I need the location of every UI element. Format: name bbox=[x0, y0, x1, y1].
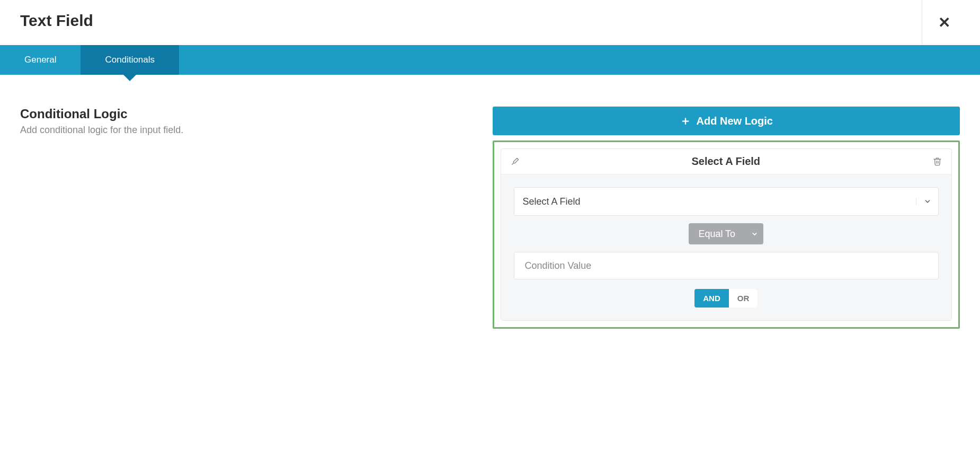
logic-block-highlight: Select A Field Select A Field bbox=[493, 141, 960, 329]
card-body: Select A Field Equal To bbox=[501, 174, 951, 320]
condition-value-input[interactable] bbox=[514, 252, 939, 279]
edit-button[interactable] bbox=[511, 157, 519, 166]
section-controls: ＋ Add New Logic Select A Field bbox=[493, 107, 960, 329]
eyedropper-icon bbox=[511, 157, 519, 166]
modal-header: Text Field ✕ bbox=[0, 0, 980, 45]
tab-bar: General Conditionals bbox=[0, 45, 980, 75]
tab-label: General bbox=[24, 55, 56, 65]
card-header: Select A Field bbox=[501, 149, 951, 174]
operator-select[interactable]: Equal To bbox=[689, 223, 763, 244]
content: Conditional Logic Add conditional logic … bbox=[0, 75, 980, 329]
boolean-toggle: AND OR bbox=[694, 289, 758, 308]
boolean-row: AND OR bbox=[514, 289, 939, 308]
card-title: Select A Field bbox=[519, 155, 933, 168]
chevron-down-icon bbox=[751, 231, 758, 238]
section-heading: Conditional Logic bbox=[20, 107, 471, 121]
trash-icon bbox=[933, 157, 942, 166]
field-select-value: Select A Field bbox=[514, 196, 916, 207]
section-info: Conditional Logic Add conditional logic … bbox=[20, 107, 471, 329]
operator-row: Equal To bbox=[514, 223, 939, 244]
field-select[interactable]: Select A Field bbox=[514, 187, 939, 216]
delete-button[interactable] bbox=[933, 157, 942, 166]
page-title: Text Field bbox=[20, 12, 93, 30]
add-button-label: Add New Logic bbox=[697, 115, 773, 127]
chevron-down-icon bbox=[916, 198, 938, 205]
close-icon: ✕ bbox=[938, 14, 950, 31]
and-button[interactable]: AND bbox=[694, 289, 729, 308]
logic-card: Select A Field Select A Field bbox=[501, 148, 952, 321]
tab-general[interactable]: General bbox=[0, 45, 81, 75]
section-subtext: Add conditional logic for the input fiel… bbox=[20, 125, 471, 136]
tab-conditionals[interactable]: Conditionals bbox=[81, 45, 179, 75]
close-wrap: ✕ bbox=[922, 0, 960, 45]
add-new-logic-button[interactable]: ＋ Add New Logic bbox=[493, 107, 960, 135]
operator-value: Equal To bbox=[698, 229, 735, 240]
plus-icon: ＋ bbox=[680, 115, 691, 127]
tab-label: Conditionals bbox=[105, 55, 155, 65]
close-button[interactable]: ✕ bbox=[938, 15, 950, 30]
or-button[interactable]: OR bbox=[729, 289, 758, 308]
